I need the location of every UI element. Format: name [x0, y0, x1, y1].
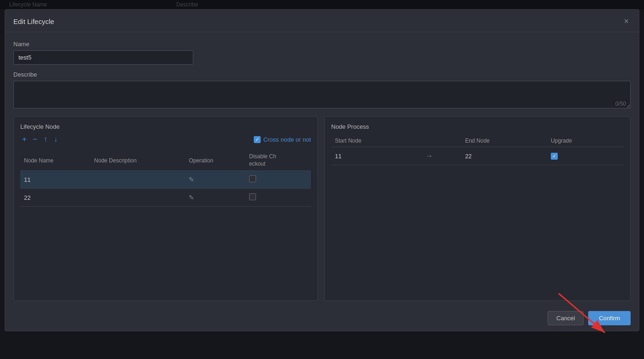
node-desc-cell: [90, 171, 185, 189]
node-checkout-cell: [245, 189, 311, 207]
th-upgrade: Upgrade: [547, 135, 624, 147]
start-node-cell: 11: [331, 147, 422, 165]
upgrade-cell: ✓: [547, 147, 624, 165]
move-up-button[interactable]: ↑: [42, 135, 49, 144]
upgrade-checkbox[interactable]: ✓: [551, 153, 558, 160]
process-table: Start Node End Node Upgrade 11 → 22: [331, 135, 624, 165]
close-button[interactable]: ×: [622, 16, 631, 26]
panels-container: Lifecycle Node + − ↑ ↓ ✓ Cross node or n…: [13, 116, 631, 301]
modal-footer: Cancel Confirm: [5, 305, 639, 331]
disable-checkout-checkbox[interactable]: [249, 175, 256, 182]
th-disable-checkout: Disable Ch eckout: [245, 150, 311, 171]
th-node-name: Node Name: [20, 150, 90, 171]
confirm-button[interactable]: Confirm: [588, 311, 631, 325]
lifecycle-node-title: Lifecycle Node: [20, 123, 311, 130]
modal-header: Edit Lifecycle ×: [5, 10, 639, 32]
add-node-button[interactable]: +: [20, 135, 28, 144]
th-operation: Operation: [185, 150, 245, 171]
cross-node-label[interactable]: ✓ Cross node or not: [254, 136, 311, 143]
describe-label: Describe: [13, 71, 631, 78]
node-process-title: Node Process: [331, 123, 624, 130]
node-name-cell: 22: [20, 189, 90, 207]
th-end-node: End Node: [461, 135, 547, 147]
arrow-right-icon: →: [425, 152, 433, 160]
node-name-cell: 11: [20, 171, 90, 189]
node-op-cell: ✎: [185, 189, 245, 207]
th-node-desc: Node Description: [90, 150, 185, 171]
describe-wrapper: 0/50: [13, 81, 631, 110]
describe-count: 0/50: [615, 101, 626, 107]
nodes-table-header-row: Node Name Node Description Operation Dis…: [20, 150, 311, 171]
checkmark-icon: ✓: [552, 154, 556, 159]
cross-node-checkbox[interactable]: ✓: [254, 136, 261, 143]
node-op-cell: ✎: [185, 171, 245, 189]
describe-group: Describe 0/50: [13, 71, 631, 110]
edit-icon[interactable]: ✎: [189, 176, 194, 183]
th-arrow: [422, 135, 461, 147]
table-row[interactable]: 11 ✎: [20, 171, 311, 189]
node-toolbar: + − ↑ ↓ ✓ Cross node or not: [20, 135, 311, 144]
edit-icon[interactable]: ✎: [189, 194, 194, 201]
name-label: Name: [13, 41, 631, 48]
th-start-node: Start Node: [331, 135, 422, 147]
table-row[interactable]: 22 ✎: [20, 189, 311, 207]
lifecycle-node-panel: Lifecycle Node + − ↑ ↓ ✓ Cross node or n…: [13, 116, 318, 301]
remove-node-button[interactable]: −: [31, 135, 39, 144]
cross-node-text: Cross node or not: [263, 136, 311, 143]
name-input[interactable]: [13, 50, 193, 65]
move-down-button[interactable]: ↓: [52, 135, 60, 144]
disable-checkout-checkbox[interactable]: [249, 193, 256, 200]
process-table-header-row: Start Node End Node Upgrade: [331, 135, 624, 147]
arrow-cell: →: [422, 147, 461, 165]
edit-lifecycle-modal: Edit Lifecycle × Name Describe 0/50 Life…: [5, 9, 639, 331]
node-checkout-cell: [245, 171, 311, 189]
cancel-button[interactable]: Cancel: [548, 311, 584, 325]
checkmark-icon: ✓: [255, 137, 259, 142]
describe-textarea[interactable]: [13, 81, 631, 108]
modal-body: Name Describe 0/50 Lifecycle Node + − ↑ …: [5, 32, 639, 305]
name-group: Name: [13, 41, 631, 65]
table-row[interactable]: 11 → 22 ✓: [331, 147, 624, 165]
end-node-cell: 22: [461, 147, 547, 165]
node-desc-cell: [90, 189, 185, 207]
nodes-table: Node Name Node Description Operation Dis…: [20, 150, 311, 207]
node-process-panel: Node Process Start Node End Node Upgrade…: [324, 116, 631, 301]
modal-title: Edit Lifecycle: [13, 18, 54, 25]
